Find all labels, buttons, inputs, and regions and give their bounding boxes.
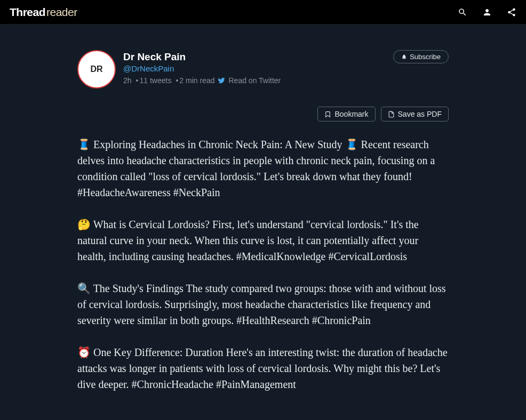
logo-part-a: Thread — [10, 6, 45, 18]
author-handle[interactable]: @DrNeckPain — [123, 64, 281, 73]
topbar-actions — [458, 7, 516, 17]
logo-part-b: reader — [46, 6, 77, 18]
tweet-item: ⏰ One Key Difference: Duration Here's an… — [77, 344, 449, 392]
thread-container: DR Dr Neck Pain @DrNeckPain 2h 11 tweets… — [71, 25, 455, 419]
avatar-text-top: DR — [90, 65, 102, 74]
pdf-icon — [388, 111, 395, 118]
bookmark-icon — [324, 111, 331, 118]
twitter-icon — [218, 77, 225, 84]
search-icon[interactable] — [458, 7, 467, 17]
save-pdf-button[interactable]: Save as PDF — [381, 107, 449, 122]
save-pdf-label: Save as PDF — [398, 110, 442, 118]
share-icon[interactable] — [507, 7, 516, 17]
subscribe-label: Subscribe — [410, 53, 441, 61]
meta-read-time: 2 min read — [174, 76, 214, 85]
thread-meta: 2h 11 tweets 2 min read Read on Twitter — [123, 76, 281, 85]
top-nav: Threadreader — [0, 0, 526, 25]
tweet-item: 🧵 Exploring Headaches in Chronic Neck Pa… — [77, 136, 449, 200]
avatar[interactable]: DR — [77, 50, 116, 88]
author-profile: DR Dr Neck Pain @DrNeckPain 2h 11 tweets… — [77, 50, 281, 88]
tweet-item: 🤔 What is Cervical Lordosis? First, let'… — [77, 216, 449, 264]
thread-header: DR Dr Neck Pain @DrNeckPain 2h 11 tweets… — [77, 50, 449, 88]
site-logo[interactable]: Threadreader — [10, 6, 77, 19]
meta-tweet-count: 11 tweets — [135, 76, 172, 85]
tweet-item: 🔍 The Study's Findings The study compare… — [77, 280, 449, 328]
user-icon[interactable] — [482, 7, 492, 17]
bookmark-button[interactable]: Bookmark — [317, 107, 375, 122]
read-on-twitter-link[interactable]: Read on Twitter — [228, 76, 281, 85]
bookmark-label: Bookmark — [334, 110, 368, 118]
bell-icon — [401, 54, 407, 60]
meta-time: 2h — [123, 76, 132, 85]
subscribe-button[interactable]: Subscribe — [393, 50, 449, 63]
tweet-list: 🧵 Exploring Headaches in Chronic Neck Pa… — [77, 136, 449, 392]
author-name[interactable]: Dr Neck Pain — [123, 51, 281, 63]
action-buttons: Bookmark Save as PDF — [77, 107, 449, 122]
profile-info: Dr Neck Pain @DrNeckPain 2h 11 tweets 2 … — [123, 50, 281, 88]
